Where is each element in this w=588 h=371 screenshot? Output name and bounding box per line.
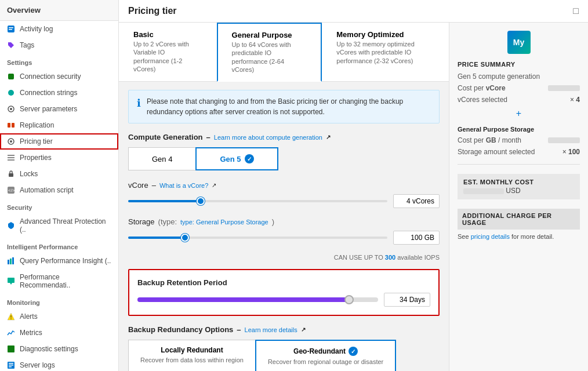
svg-rect-2 (9, 29, 12, 30)
locally-redundant-option[interactable]: Locally Redundant Recover from data loss… (128, 340, 255, 371)
additional-charge-title: ADDITIONAL CHARGE PER USAGE (458, 209, 580, 230)
query-perf-icon (7, 257, 15, 265)
vcore-slider-thumb[interactable] (197, 197, 205, 205)
svg-point-10 (10, 140, 12, 143)
sidebar-item-connection-strings[interactable]: Connection strings (0, 85, 118, 101)
price-summary-title: PRICE SUMMARY (458, 61, 580, 68)
cost-per-vcore-value (548, 85, 580, 91)
price-logo: My (507, 31, 531, 54)
price-panel: My PRICE SUMMARY Gen 5 compute generatio… (449, 23, 588, 371)
sidebar-item-label: Diagnostic settings (20, 345, 78, 353)
tier-tab-basic[interactable]: Basic Up to 2 vCores with Variable IO pe… (119, 23, 217, 81)
sidebar-item-replication[interactable]: Replication (0, 117, 118, 133)
redundancy-link[interactable]: Learn more details (245, 326, 297, 333)
sidebar-item-diagnostic[interactable]: Diagnostic settings (0, 341, 118, 357)
svg-rect-1 (9, 27, 13, 28)
svg-rect-8 (12, 123, 14, 128)
sidebar-item-query-perf[interactable]: Query Performance Insight (.. (0, 253, 118, 269)
sidebar-item-label: Server logs (20, 361, 55, 369)
backup-redundancy-label: Backup Redundancy Options – Learn more d… (128, 325, 440, 334)
sidebar-item-label: Activity log (20, 25, 53, 33)
svg-rect-28 (9, 365, 13, 366)
properties-icon (7, 154, 15, 162)
close-button[interactable]: □ (573, 6, 579, 16)
geo-redundant-desc: Recover from regional outage or disaster (268, 358, 383, 366)
cost-per-vcore-label: Cost per vCore (458, 84, 506, 92)
sidebar-item-label: Advanced Threat Protection (.. (20, 217, 111, 234)
sidebar-item-tags[interactable]: Tags (0, 37, 118, 53)
vcore-slider-track[interactable] (128, 200, 387, 202)
compute-label: Gen 5 compute generation (458, 72, 540, 81)
sidebar-item-locks[interactable]: Locks (0, 166, 118, 182)
svg-rect-7 (8, 123, 10, 128)
sidebar-item-label: Replication (20, 121, 54, 129)
sidebar-item-properties[interactable]: Properties (0, 150, 118, 166)
sidebar-item-connection-security[interactable]: Connection security (0, 68, 118, 85)
tier-tab-general[interactable]: General Purpose Up to 64 vCores with pre… (217, 23, 322, 82)
backup-slider-row: 34 Days (137, 293, 430, 307)
vcore-value: 4 vCores (393, 194, 440, 208)
svg-rect-3 (8, 74, 14, 79)
svg-rect-18 (10, 259, 12, 264)
sidebar-item-label: Pricing tier (20, 137, 53, 146)
additional-charge-section: ADDITIONAL CHARGE PER USAGE See pricing … (458, 209, 580, 240)
svg-rect-27 (9, 363, 13, 364)
sidebar-item-metrics[interactable]: Metrics (0, 325, 118, 341)
intelligent-perf-section: Intelligent Performance (0, 238, 118, 253)
gen-buttons: Gen 4 Gen 5 ✓ (128, 147, 440, 170)
gen5-check-icon: ✓ (245, 154, 254, 163)
vcore-slider-fill (128, 200, 201, 202)
compute-gen-link[interactable]: Learn more about compute generation (214, 134, 322, 141)
info-box: ℹ Please note that changing to and from … (128, 90, 440, 123)
storage-slider-track[interactable] (128, 237, 387, 239)
sidebar-item-label: Locks (20, 170, 38, 178)
gen4-button[interactable]: Gen 4 (128, 147, 195, 170)
backup-slider-track[interactable] (137, 297, 378, 302)
backup-redundancy-section: Backup Redundancy Options – Learn more d… (128, 325, 440, 371)
sidebar-item-label: Performance Recommendati.. (20, 273, 111, 289)
svg-rect-29 (9, 366, 12, 368)
vcore-section: vCore – What is a vCore? ↗ 4 vCores (128, 181, 440, 208)
storage-label: Storage (type: type: General Purpose Sto… (128, 217, 440, 226)
sidebar-item-label: Server parameters (20, 105, 77, 113)
sidebar-item-pricing-tier[interactable]: Pricing tier (0, 133, 118, 150)
geo-redundant-option[interactable]: Geo-Redundant ✓ Recover from regional ou… (255, 340, 396, 371)
vcores-selected-label: vCores selected (458, 96, 507, 104)
vcores-selected-row: vCores selected × 4 (458, 96, 580, 104)
perf-recommend-icon (7, 277, 15, 285)
diagnostic-icon (7, 345, 15, 353)
tier-tab-memory[interactable]: Memory Optimized Up to 32 memory optimiz… (322, 23, 449, 81)
page-title: Pricing tier (128, 6, 177, 16)
svg-marker-21 (10, 283, 12, 285)
storage-slider-thumb[interactable] (181, 234, 189, 242)
sidebar-item-server-logs[interactable]: Server logs (0, 357, 118, 371)
est-monthly-label: EST. MONTHLY COST (463, 179, 574, 186)
sidebar-item-perf-recommend[interactable]: Performance Recommendati.. (0, 269, 118, 293)
backup-slider-thumb[interactable] (344, 295, 354, 304)
storage-type-link[interactable]: type: General Purpose Storage (180, 219, 268, 225)
sidebar-item-automation-script[interactable]: </> Automation script (0, 182, 118, 198)
info-icon: ℹ (137, 97, 141, 110)
content-area: Basic Up to 2 vCores with Variable IO pe… (119, 23, 449, 371)
tier-tab-basic-desc: Up to 2 vCores with Variable IO performa… (133, 40, 202, 73)
svg-rect-12 (8, 157, 14, 158)
tier-tab-general-title: General Purpose (232, 31, 307, 39)
pricing-details-link[interactable]: pricing details (471, 233, 510, 240)
info-text: Please note that changing to and from th… (147, 96, 431, 117)
security-section: Security (0, 198, 118, 213)
server-parameters-icon (7, 105, 15, 113)
connection-security-icon (7, 72, 15, 81)
automation-script-icon: </> (7, 186, 15, 194)
backup-retention-section: Backup Retention Period 34 Days (128, 269, 440, 316)
compute-gen-label: Compute Generation – Learn more about co… (128, 133, 440, 141)
tier-tab-memory-title: Memory Optimized (336, 30, 434, 39)
iops-value: 300 (385, 254, 395, 261)
sidebar-item-activity-log[interactable]: Activity log (0, 21, 118, 37)
sidebar-item-alerts[interactable]: Alerts (0, 308, 118, 325)
geo-redundant-check-icon: ✓ (349, 347, 358, 356)
storage-amount-label: Storage amount selected (458, 148, 535, 156)
gen5-button[interactable]: Gen 5 ✓ (195, 147, 278, 170)
sidebar-item-advanced-threat[interactable]: Advanced Threat Protection (.. (0, 213, 118, 238)
vcore-link[interactable]: What is a vCore? (159, 182, 208, 189)
sidebar-item-server-parameters[interactable]: Server parameters (0, 101, 118, 117)
